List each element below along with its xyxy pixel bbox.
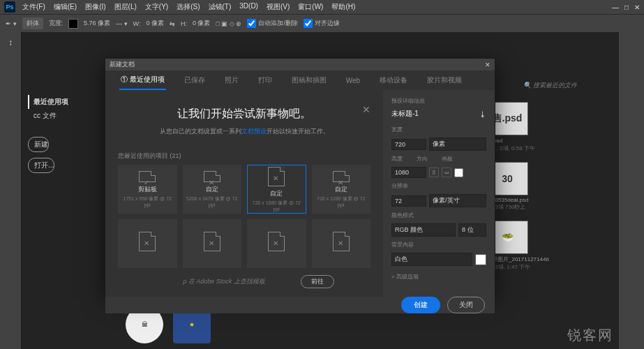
preset-item[interactable]: ✕: [312, 219, 371, 268]
bg-color-swatch[interactable]: [475, 254, 486, 265]
portrait-icon[interactable]: ▯: [429, 168, 439, 177]
preset-item[interactable]: ✕: [118, 219, 177, 268]
recent-presets-label: 您最近使用的项目 (21): [118, 151, 370, 161]
italic-label[interactable]: 斜体: [22, 17, 43, 29]
res-unit-select[interactable]: 像素/英寸: [429, 194, 486, 207]
advanced-toggle[interactable]: > 高级选项: [391, 273, 486, 281]
w-value[interactable]: 0 像素: [146, 19, 164, 28]
bg-label: 背景内容: [391, 241, 486, 248]
search-recent-input[interactable]: 🔍 搜索最近的文件: [523, 81, 577, 90]
recent-file[interactable]: 🥗蔬果图片_201711271446埔, 3埔, 1:47 下午: [486, 221, 584, 271]
dialog-tab[interactable]: Web: [345, 73, 361, 89]
maximize-icon[interactable]: □: [624, 3, 629, 11]
dialog-title: 新建文档: [110, 60, 135, 69]
resolution-input[interactable]: [391, 195, 426, 207]
menu-item[interactable]: 3D(D): [239, 2, 258, 12]
width-input[interactable]: [391, 139, 426, 150]
menu-item[interactable]: 窗口(W): [298, 2, 323, 12]
auto-add-label: 自动添加/删除: [258, 19, 298, 28]
dialog-tab[interactable]: 已保存: [183, 71, 207, 89]
open-button[interactable]: 打开...: [28, 158, 54, 173]
ps-logo: Ps: [4, 1, 15, 13]
res-label: 分辨率: [391, 182, 486, 190]
preset-item[interactable]: ✕自定720 x 1080 像素 @ 72 ppi: [247, 165, 306, 214]
orient-label: 方向: [417, 155, 428, 163]
move-tool-icon[interactable]: ↕: [3, 35, 18, 50]
height-label: 高度: [391, 155, 403, 163]
close-button[interactable]: 关闭: [447, 297, 485, 313]
doc-presets-link[interactable]: 文档预设: [241, 128, 267, 135]
w-label: W:: [133, 20, 141, 27]
dialog-close-icon[interactable]: ✕: [485, 61, 491, 68]
dialog-tab[interactable]: 胶片和视频: [426, 71, 463, 89]
panels-dock: [619, 32, 644, 349]
close-icon[interactable]: ✕: [634, 3, 640, 11]
color-swatch[interactable]: [68, 19, 78, 29]
hero-title: 让我们开始尝试新事物吧。: [118, 107, 370, 121]
auto-add-checkbox[interactable]: [247, 19, 256, 28]
dialog-tab[interactable]: 照片: [223, 71, 240, 89]
width-label: 宽度:: [49, 19, 63, 28]
tools-panel: ↕: [0, 32, 21, 349]
width-label: 宽度: [391, 126, 486, 133]
artboard-label: 画板: [442, 155, 453, 163]
details-header: 预设详细信息: [391, 97, 486, 105]
dialog-tab[interactable]: 图稿和插图: [290, 71, 328, 89]
dialog-tab[interactable]: 打印: [257, 71, 274, 89]
save-preset-icon[interactable]: ⭳: [479, 110, 486, 118]
artboard-checkbox[interactable]: [454, 168, 463, 177]
sidebar-recent[interactable]: 最近使用项: [28, 95, 68, 109]
menu-item[interactable]: 文件(F): [22, 2, 45, 12]
width-unit-select[interactable]: 像素: [429, 138, 486, 151]
stock-search-input[interactable]: ρ 在 Adobe Stock 上查找模板: [154, 277, 294, 286]
stroke-width[interactable]: 5.76 像素: [84, 19, 110, 28]
new-document-dialog: 新建文档 ✕ ① 最近使用项已保存照片打印图稿和插图Web移动设备胶片和视频 ✕…: [105, 58, 495, 293]
bit-depth-select[interactable]: 8 位: [458, 223, 486, 237]
align-edges-checkbox[interactable]: [304, 19, 313, 28]
menu-item[interactable]: 视图(V): [267, 2, 290, 12]
menu-item[interactable]: 图像(I): [85, 2, 105, 12]
dialog-tab[interactable]: ① 最近使用项: [119, 70, 166, 90]
options-bar: ✒ ▾ 斜体 宽度: 5.76 像素 — ▾ W: 0 像素 ⇆ H: 0 像素…: [0, 14, 644, 32]
go-button[interactable]: 前往: [301, 275, 334, 288]
preset-item[interactable]: ✕: [183, 219, 242, 268]
h-label: H:: [181, 20, 187, 27]
align-edges-label: 对齐边缘: [315, 19, 340, 28]
landscape-icon[interactable]: ▭: [442, 168, 451, 177]
dialog-tab[interactable]: 移动设备: [378, 71, 409, 89]
menu-item[interactable]: 帮助(H): [331, 2, 355, 12]
menu-item[interactable]: 选择(S): [177, 2, 200, 12]
preset-item[interactable]: ✕自定5206 x 3478 像素 @ 72 ppi: [183, 165, 242, 214]
mode-label: 颜色模式: [391, 211, 486, 219]
h-value[interactable]: 0 像素: [193, 19, 211, 28]
minimize-icon[interactable]: —: [612, 3, 619, 11]
preset-item[interactable]: ✕: [247, 219, 306, 268]
preset-item[interactable]: ✓剪贴板1751 x 958 像素 @ 72 ppi: [118, 165, 177, 214]
menu-item[interactable]: 文字(Y): [145, 2, 168, 12]
create-button[interactable]: 创建: [401, 297, 440, 313]
bg-select[interactable]: 白色: [391, 253, 472, 266]
new-button[interactable]: 新建: [28, 137, 49, 152]
preset-item[interactable]: ✕自定720 x 1280 像素 @ 72 ppi: [312, 165, 371, 214]
tool-preset-icon[interactable]: ✒ ▾: [6, 20, 17, 27]
color-mode-select[interactable]: RGB 颜色: [391, 223, 456, 237]
recent-file[interactable]: 30icfa0535deal.psd埔, 3埔 730秒上: [486, 162, 584, 211]
menu-item[interactable]: 图层(L): [114, 2, 137, 12]
menu-item[interactable]: 编辑(E): [54, 2, 77, 12]
watermark: 锐客网: [567, 326, 613, 345]
hero-subtitle: 从您自己的文档设置或一系列文档预设开始以快速开始工作。: [118, 127, 370, 136]
height-input[interactable]: [391, 167, 426, 178]
hero-dismiss-icon[interactable]: ✕: [362, 104, 370, 115]
doc-title-input[interactable]: 未标题-1: [391, 109, 419, 119]
recent-file[interactable]: 售.psd售.psd埔..., 3埔, 0:58 下午: [486, 102, 584, 152]
menu-item[interactable]: 滤镜(T): [209, 2, 232, 12]
sidebar-cc-files[interactable]: cc 文件: [28, 109, 68, 123]
